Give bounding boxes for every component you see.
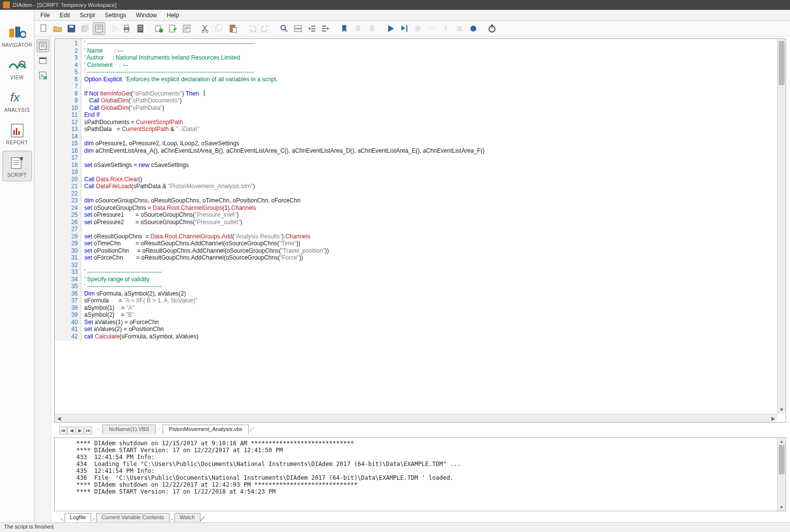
comment-button[interactable] (180, 22, 193, 35)
report-icon (8, 122, 26, 139)
open-file-button[interactable] (51, 22, 64, 35)
side-dialog-view[interactable] (36, 54, 49, 67)
svg-text:fx: fx (10, 91, 20, 104)
svg-point-35 (141, 30, 142, 31)
step-into-button[interactable] (412, 22, 425, 35)
calculator-button[interactable] (134, 22, 147, 35)
indent-button[interactable] (319, 22, 332, 35)
log-tab-vars[interactable]: Current Variable Contents (96, 513, 169, 522)
nav-report[interactable]: REPORT (2, 118, 32, 149)
code-scroll[interactable]: 1234567891011121314151617181920212223242… (55, 39, 786, 422)
menu-edit[interactable]: Edit (55, 11, 75, 20)
log-tab-logfile[interactable]: Logfile (65, 513, 91, 522)
syntax-check-button[interactable] (166, 22, 179, 35)
svg-text:*: * (45, 27, 47, 33)
svg-point-32 (141, 28, 142, 29)
menu-settings[interactable]: Settings (100, 11, 131, 20)
svg-rect-27 (125, 30, 129, 32)
svg-rect-9 (18, 131, 20, 135)
save-all-button[interactable] (79, 22, 92, 35)
tab-last-button[interactable]: ⏭ (84, 427, 92, 434)
menu-file[interactable]: File (35, 11, 55, 20)
nav-navigator[interactable]: NAVIGATOR (2, 21, 32, 51)
redo-button[interactable] (259, 22, 272, 35)
svg-rect-48 (231, 25, 233, 26)
analysis-icon: fx (8, 90, 26, 106)
svg-rect-49 (232, 28, 236, 33)
log-scroll-thumb[interactable] (779, 445, 785, 474)
run-button[interactable] (384, 22, 397, 35)
undo-button[interactable] (245, 22, 258, 35)
log-scrollbar[interactable]: ▲ ▼ (777, 438, 786, 511)
paste-button[interactable] (227, 22, 239, 35)
nav-script[interactable]: SCRIPT (2, 151, 32, 181)
log-pane: **** DIAdem shutdown on 12/15/2017 at 9:… (54, 437, 786, 511)
print-button[interactable] (120, 22, 133, 35)
side-function-view[interactable]: fx (36, 69, 49, 82)
cut-button[interactable] (199, 22, 212, 35)
svg-rect-1 (15, 27, 20, 37)
svg-point-62 (470, 26, 476, 32)
save-file-button[interactable] (65, 22, 78, 35)
step-over-button[interactable] (426, 22, 438, 35)
tab-next-button[interactable]: ▶ (76, 427, 84, 434)
view-code-button[interactable] (93, 22, 105, 35)
nav-view[interactable]: VIEW (2, 53, 32, 84)
navigator-icon (8, 25, 26, 41)
tab-prev-button[interactable]: ◀ (67, 427, 75, 434)
file-tab-noname[interactable]: NoName(1).VBS (102, 425, 156, 434)
scroll-left-arrow[interactable]: ◀ (55, 414, 63, 422)
nav-label: VIEW (10, 75, 24, 80)
log-text[interactable]: **** DIAdem shutdown on 12/15/2017 at 9:… (55, 438, 786, 497)
find-button[interactable] (278, 22, 291, 35)
new-file-button[interactable]: * (37, 22, 50, 35)
prev-bookmark-button[interactable] (352, 22, 364, 35)
nav-analysis[interactable]: fx ANALYSIS (2, 86, 32, 116)
bookmark-button[interactable] (338, 22, 351, 35)
scroll-thumb[interactable] (779, 41, 785, 85)
scroll-down-arrow[interactable]: ▼ (778, 405, 786, 414)
stop-button[interactable] (453, 22, 466, 35)
next-bookmark-button[interactable] (365, 22, 378, 35)
log-tab-label: Watch (180, 514, 195, 520)
outdent-button[interactable] (305, 22, 318, 35)
vertical-scrollbar[interactable]: ▲ ▼ (777, 39, 786, 414)
side-strip: fx (34, 36, 51, 522)
code-text[interactable]: ' --------------------------------------… (81, 39, 488, 341)
file-tab-label: PistonMovement_Analysis.vbs (169, 426, 242, 432)
breakpoint-button[interactable] (467, 22, 480, 35)
svg-rect-8 (16, 128, 17, 135)
step-out-button[interactable] (439, 22, 452, 35)
svg-rect-19 (83, 25, 89, 31)
status-bar: The script is finished. (0, 522, 790, 532)
tab-divider: ／ (200, 515, 205, 522)
log-tab-watch[interactable]: Watch (174, 513, 200, 522)
svg-point-34 (140, 30, 141, 31)
replace-button[interactable] (292, 22, 304, 35)
history-button[interactable] (106, 22, 119, 35)
record-macro-button[interactable] (153, 22, 165, 35)
file-tab-piston[interactable]: PistonMovement_Analysis.vbs (163, 425, 249, 434)
scroll-right-arrow[interactable]: ▶ (769, 414, 777, 422)
svg-rect-10 (11, 158, 21, 168)
profiler-button[interactable] (486, 22, 498, 35)
menu-script[interactable]: Script (75, 11, 100, 20)
run-to-cursor-button[interactable] (398, 22, 411, 35)
copy-button[interactable] (213, 22, 226, 35)
svg-rect-52 (295, 26, 301, 28)
script-icon (8, 155, 26, 171)
svg-rect-64 (491, 25, 493, 26)
tab-first-button[interactable]: ⏮ (59, 427, 67, 434)
log-tabstrip: ⟍ Logfile ⟋ Current Variable Contents ⟋ … (55, 512, 786, 522)
menu-window[interactable]: Window (131, 11, 162, 20)
log-scroll-up[interactable]: ▲ (778, 438, 786, 445)
svg-point-30 (138, 28, 139, 29)
svg-rect-17 (69, 26, 73, 28)
menu-help[interactable]: Help (162, 11, 184, 20)
horizontal-scrollbar[interactable]: ◀ ▶ (55, 414, 777, 422)
svg-rect-26 (125, 25, 129, 28)
side-code-view[interactable] (36, 39, 49, 52)
log-scroll-down[interactable]: ▼ (778, 504, 786, 511)
svg-line-51 (285, 29, 287, 32)
nav-label: SCRIPT (7, 172, 27, 178)
